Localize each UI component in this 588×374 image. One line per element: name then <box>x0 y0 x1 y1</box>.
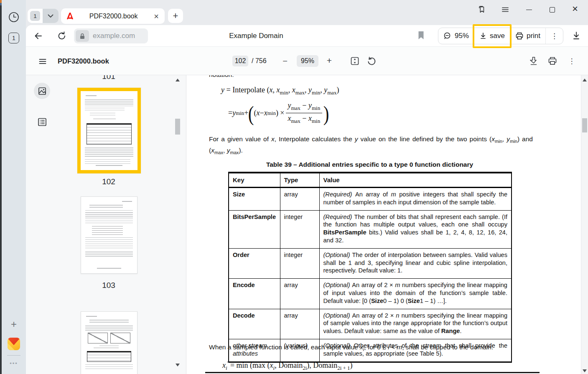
pdf-main-view: notation: y = Interpolate (x, xmin, xmax… <box>187 75 588 374</box>
table-cell: (Required) The number of bits that shall… <box>319 210 512 248</box>
tab-group-control[interactable]: 1 <box>28 9 59 23</box>
new-tab-button[interactable]: + <box>168 9 183 23</box>
tab-close-icon[interactable]: × <box>153 12 160 20</box>
formula-clip-domain: xi′ = min (max (xi, Domain2i), Domain2i … <box>222 359 353 372</box>
pdf-print-icon[interactable] <box>547 56 558 66</box>
table-cell: (Required) An array of m positive intege… <box>319 188 512 211</box>
main-scrollbar-thumb[interactable] <box>582 118 587 132</box>
page-actions-group: 95% save print ⋮ <box>438 28 563 44</box>
table-cell: array <box>280 279 319 309</box>
edge-accent <box>0 0 2 3</box>
pdf-download-icon[interactable] <box>528 56 539 66</box>
zoom-label: 95% <box>455 32 469 40</box>
adobe-pdf-icon <box>66 12 74 20</box>
paragraph-interpolate: For a given value of x, Interpolate calc… <box>209 135 533 157</box>
table39-body: Sizearray(Required) An array of m positi… <box>229 188 512 362</box>
bookmarks-panel-icon[interactable] <box>477 5 486 14</box>
save-label: save <box>490 32 505 40</box>
image-icon <box>38 87 47 96</box>
address-bar: example.com Example Domain 95% save p <box>26 25 588 47</box>
fraction-numerator: ymax − ymin <box>286 101 323 113</box>
scroll-down-icon[interactable] <box>583 369 587 372</box>
page-title: Example Domain <box>191 25 321 47</box>
scroll-down-icon[interactable] <box>176 364 180 366</box>
history-clock-icon[interactable] <box>8 12 19 23</box>
pdf-viewer-body: 101 102 <box>26 75 588 374</box>
table-cell: integer <box>280 248 319 278</box>
page-number-input[interactable]: 102 <box>232 56 248 66</box>
formula-interpolate-expanded: = ymin + ((x − xmin) × ymax − ymin xmax … <box>228 101 329 125</box>
back-button[interactable] <box>33 31 43 41</box>
reload-button[interactable] <box>57 31 67 41</box>
table-row: Orderinteger(Optional) The order of inte… <box>229 248 512 278</box>
browser-menu-icon[interactable] <box>501 5 509 14</box>
tab-group-expand[interactable] <box>43 9 59 23</box>
tab-group-count: 1 <box>30 11 40 21</box>
pdf-more-icon[interactable]: ⋮ <box>567 56 577 66</box>
table-cell: array <box>280 309 319 339</box>
rotate-icon[interactable] <box>366 56 377 66</box>
add-panel-button[interactable]: + <box>11 318 17 330</box>
outline-view-button[interactable] <box>37 117 47 127</box>
page-thumbnail-104[interactable] <box>81 311 137 374</box>
table-cell: Order <box>229 248 280 278</box>
thumbnail-preview <box>81 197 137 273</box>
table-row: BitsPerSampleinteger(Required) The numbe… <box>229 210 512 248</box>
minimize-button[interactable] <box>525 5 533 14</box>
window-edge <box>0 0 2 374</box>
zoom-in-button[interactable]: + <box>324 56 334 66</box>
downloads-icon[interactable] <box>572 31 581 40</box>
thumbnails-view-button[interactable] <box>34 83 50 99</box>
print-button[interactable]: print <box>510 28 545 44</box>
maximize-button[interactable] <box>548 5 556 14</box>
pdf-zoom-level[interactable]: 95% <box>297 55 318 67</box>
thumbnail-label-103: 103 <box>76 281 141 290</box>
next-content-edge <box>205 372 540 373</box>
zoom-out-icon <box>443 32 452 40</box>
lock-icon[interactable] <box>76 30 89 42</box>
thumbnail-label-101: 101 <box>76 75 141 81</box>
tab-pdf32000[interactable]: PDF32000.book × <box>61 8 165 24</box>
save-button[interactable]: save <box>474 28 510 44</box>
table-caption: Table 39 – Additional entries specific t… <box>228 160 511 169</box>
table-row: Encodearray(Optional) An array of 2 × m … <box>229 279 512 309</box>
browser-side-rail: 1 + ••• <box>2 0 26 374</box>
chevron-down-icon <box>48 14 53 18</box>
bookmark-filled-icon[interactable] <box>418 31 424 40</box>
tab-bar: 1 PDF32000.book × + × <box>26 0 588 25</box>
zoom-out-button[interactable]: − <box>280 56 290 66</box>
workspace-1-button[interactable]: 1 <box>8 33 19 43</box>
yandex-mail-icon[interactable] <box>8 338 20 350</box>
url-field[interactable]: example.com <box>74 28 148 43</box>
pdf-menu-icon[interactable] <box>38 56 48 66</box>
table-cell: Encode <box>229 279 280 309</box>
scroll-up-icon[interactable] <box>583 79 587 81</box>
thumbnail-scrollbar[interactable] <box>174 75 181 374</box>
download-icon <box>479 32 487 40</box>
table-cell: (Optional) The order of interpolation be… <box>319 248 512 278</box>
scroll-up-icon[interactable] <box>176 79 180 81</box>
window-close-button[interactable]: × <box>571 5 579 13</box>
formula-lhs: = ymin + ((x − xmin) × <box>228 109 285 117</box>
main-scrollbar[interactable] <box>581 75 588 374</box>
pdf-viewer-toolbar: PDF32000.book 102 / 756 − 95% + ⋮ <box>26 47 588 75</box>
table-header-cell: Type <box>280 173 319 188</box>
thumbnail-scrollbar-thumb[interactable] <box>175 119 180 135</box>
table-cell: (Optional) An array of 2 × m numbers spe… <box>319 279 512 309</box>
zoom-control[interactable]: 95% <box>438 28 474 44</box>
table-header-cell: Value <box>319 173 512 188</box>
page-thumbnail-103[interactable] <box>81 196 137 274</box>
page-total: / 756 <box>252 47 267 75</box>
table-cell: Size <box>229 188 280 211</box>
paragraph-sampled-function: When a sampled function is called, each … <box>209 343 539 354</box>
formula-interpolate: y = Interpolate (x, xmin, xmax, ymin, ym… <box>221 86 339 97</box>
fit-page-icon[interactable] <box>349 56 360 66</box>
rail-divider <box>7 355 20 356</box>
rail-more-button[interactable]: ••• <box>2 360 26 366</box>
page-actions-more[interactable]: ⋮ <box>545 28 563 44</box>
pdf-side-panel: 101 102 <box>26 75 186 374</box>
mail-flap <box>8 338 20 345</box>
page-thumbnail-102-selected[interactable] <box>77 88 141 173</box>
table-cell: BitsPerSample <box>229 210 280 248</box>
table-cell: array <box>280 188 319 211</box>
